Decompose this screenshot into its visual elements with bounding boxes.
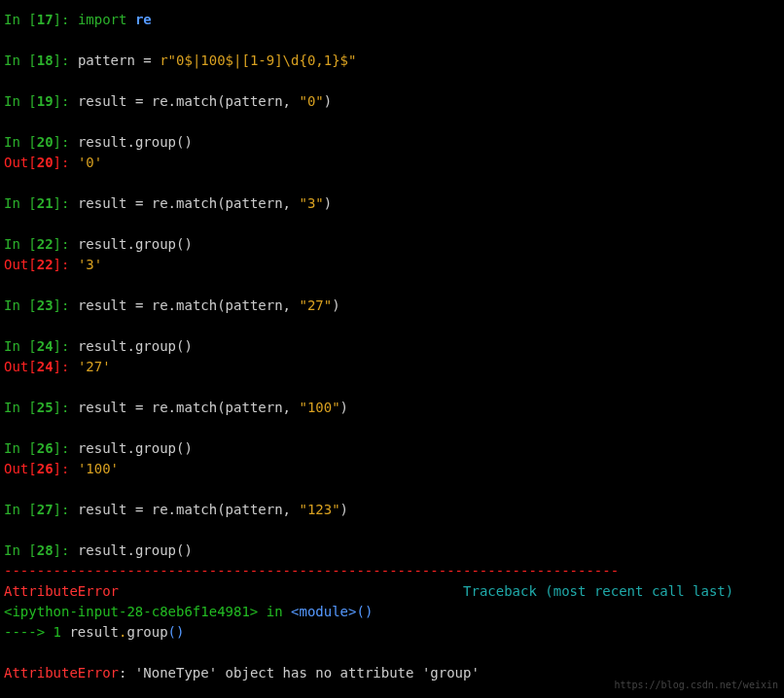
terminal-line: In [20]: result.group() [4,132,780,153]
terminal-line [4,214,780,234]
terminal-line: <ipython-input-28-c8eb6f1e4981> in <modu… [4,602,780,622]
terminal-line [4,643,780,663]
terminal-line [4,377,780,398]
terminal-line: In [21]: result = re.match(pattern, "3") [4,193,780,214]
ipython-terminal: In [17]: import re In [18]: pattern = r"… [4,10,780,683]
terminal-line [4,112,780,132]
terminal-line [4,173,780,193]
terminal-line: In [18]: pattern = r"0$|100$|[1-9]\d{0,1… [4,51,780,71]
terminal-line [4,71,780,91]
terminal-line: ----------------------------------------… [4,561,780,581]
terminal-line: Out[26]: '100' [4,459,780,479]
terminal-line [4,520,780,541]
terminal-line: ----> 1 result.group() [4,622,780,643]
terminal-line [4,275,780,296]
terminal-line: In [25]: result = re.match(pattern, "100… [4,398,780,418]
terminal-line: In [28]: result.group() [4,541,780,561]
terminal-line: In [17]: import re [4,10,780,30]
terminal-line: Out[24]: '27' [4,357,780,377]
terminal-line: In [22]: result.group() [4,234,780,255]
terminal-line: In [19]: result = re.match(pattern, "0") [4,91,780,112]
terminal-line [4,479,780,500]
watermark-text: https://blog.csdn.net/weixin [614,678,778,692]
terminal-line: In [26]: result.group() [4,438,780,459]
terminal-line: In [27]: result = re.match(pattern, "123… [4,500,780,520]
terminal-line: In [24]: result.group() [4,336,780,357]
terminal-line [4,418,780,438]
terminal-line: Out[20]: '0' [4,153,780,173]
terminal-line [4,316,780,336]
terminal-line [4,30,780,51]
terminal-line: In [23]: result = re.match(pattern, "27"… [4,296,780,316]
terminal-line: Out[22]: '3' [4,255,780,275]
terminal-line: AttributeError Traceback (most recent ca… [4,581,780,602]
